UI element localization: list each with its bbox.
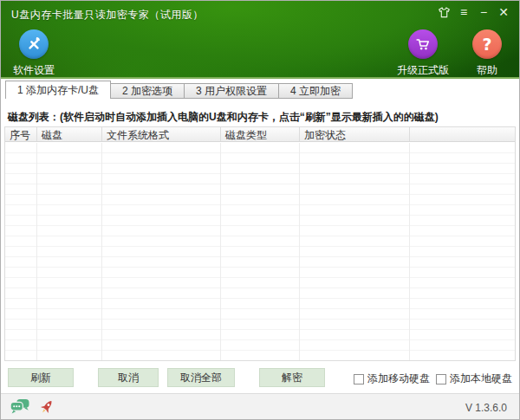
upgrade-button[interactable]: 升级正式版	[396, 29, 450, 78]
checkbox-label: 添加本地硬盘	[450, 372, 512, 386]
tab-strip: 1 添加内存卡/U盘 2 加密选项 3 用户权限设置 4 立即加密	[5, 81, 353, 99]
cart-icon	[408, 29, 438, 59]
disk-table-header: 序号 磁盘 文件系统格式 磁盘类型 加密状态	[5, 127, 515, 142]
column-header-filesystem[interactable]: 文件系统格式	[102, 127, 221, 141]
disk-list-caption: 磁盘列表：(软件启动时自动添加插入电脑的U盘和内存卡，点击“刷新”显示最新插入的…	[8, 110, 439, 125]
window-title: U盘内存卡批量只读加密专家（试用版）	[11, 8, 204, 23]
column-divider	[36, 143, 37, 360]
column-divider	[409, 143, 410, 360]
checkbox-box[interactable]	[354, 374, 364, 384]
column-header-index[interactable]: 序号	[5, 127, 37, 141]
tab-encrypt-options[interactable]: 2 加密选项	[110, 83, 185, 99]
app-window: U盘内存卡批量只读加密专家（试用版） ≡ − ✕ 软件设置	[0, 0, 520, 420]
chat-bubbles-icon[interactable]	[10, 398, 30, 419]
settings-label: 软件设置	[13, 63, 55, 78]
settings-button[interactable]: 软件设置	[13, 29, 55, 78]
tools-icon	[19, 29, 49, 59]
add-removable-drive-checkbox[interactable]: 添加移动硬盘	[354, 372, 430, 386]
cancel-button[interactable]: 取消	[98, 368, 159, 387]
disk-table[interactable]: 序号 磁盘 文件系统格式 磁盘类型 加密状态	[4, 126, 516, 361]
status-bar: V 1.3.6.0	[1, 393, 519, 419]
decrypt-button[interactable]: 解密	[259, 368, 325, 387]
help-button[interactable]: ? 帮助	[466, 29, 508, 78]
column-divider	[220, 143, 221, 360]
rocket-icon[interactable]	[37, 398, 56, 419]
tab-add-disks[interactable]: 1 添加内存卡/U盘	[5, 81, 111, 99]
add-local-drive-checkbox[interactable]: 添加本地硬盘	[436, 372, 512, 386]
tab-user-permissions[interactable]: 3 用户权限设置	[184, 83, 279, 99]
upgrade-label: 升级正式版	[397, 63, 449, 78]
column-header-disk[interactable]: 磁盘	[37, 127, 102, 141]
version-label: V 1.3.6.0	[465, 402, 507, 414]
column-divider	[299, 143, 300, 360]
checkbox-box[interactable]	[436, 374, 446, 384]
column-header-blank	[410, 127, 515, 141]
cancel-all-button[interactable]: 取消全部	[167, 368, 235, 387]
titlebar-controls: ≡ − ✕	[437, 5, 510, 19]
help-label: 帮助	[477, 63, 497, 78]
close-icon[interactable]: ✕	[497, 5, 510, 19]
column-divider	[101, 143, 102, 360]
column-header-encrypt-status[interactable]: 加密状态	[300, 127, 410, 141]
question-icon: ?	[472, 29, 502, 59]
skin-icon[interactable]	[437, 5, 451, 19]
checkbox-label: 添加移动硬盘	[367, 372, 430, 386]
refresh-button[interactable]: 刷新	[8, 368, 74, 387]
disk-table-body[interactable]	[5, 143, 515, 360]
menu-icon[interactable]: ≡	[457, 5, 471, 19]
tab-encrypt-now[interactable]: 4 立即加密	[278, 83, 353, 99]
column-header-disk-type[interactable]: 磁盘类型	[221, 127, 300, 141]
minimize-icon[interactable]: −	[477, 5, 491, 19]
app-header: U盘内存卡批量只读加密专家（试用版） ≡ − ✕ 软件设置	[1, 1, 519, 79]
